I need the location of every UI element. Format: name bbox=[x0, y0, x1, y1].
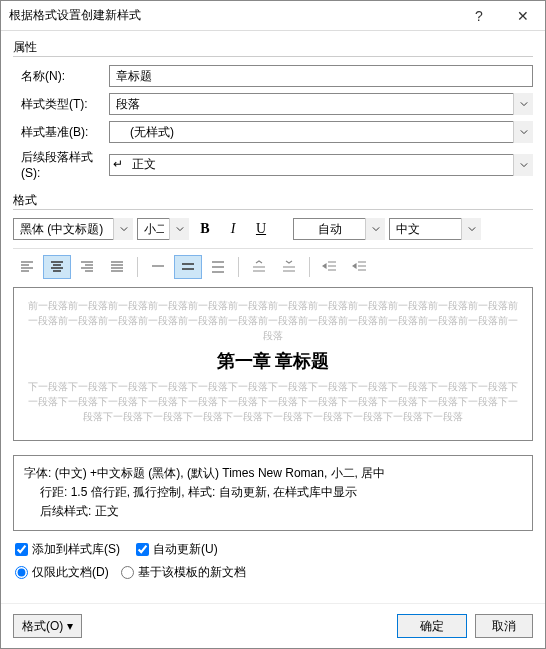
chevron-down-icon[interactable] bbox=[513, 93, 533, 115]
underline-button[interactable]: U bbox=[249, 218, 273, 240]
next-style-combo[interactable]: ↵ bbox=[109, 154, 533, 176]
chevron-down-icon[interactable] bbox=[365, 218, 385, 240]
ok-button[interactable]: 确定 bbox=[397, 614, 467, 638]
space-before-dec-button[interactable] bbox=[275, 255, 303, 279]
font-color-combo[interactable] bbox=[293, 218, 385, 240]
add-to-gallery-checkbox[interactable]: 添加到样式库(S) bbox=[15, 541, 120, 558]
align-right-button[interactable] bbox=[73, 255, 101, 279]
separator bbox=[137, 257, 138, 277]
chevron-down-icon[interactable] bbox=[169, 218, 189, 240]
based-on-combo[interactable] bbox=[109, 121, 533, 143]
space-before-inc-button[interactable] bbox=[245, 255, 273, 279]
italic-button[interactable]: I bbox=[221, 218, 245, 240]
line-spacing-onehalf-button[interactable] bbox=[174, 255, 202, 279]
style-type-value[interactable] bbox=[109, 93, 533, 115]
line-spacing-double-button[interactable] bbox=[204, 255, 232, 279]
font-size-combo[interactable] bbox=[137, 218, 189, 240]
based-on-template-input[interactable] bbox=[121, 566, 134, 579]
bold-button[interactable]: B bbox=[193, 218, 217, 240]
align-justify-button[interactable] bbox=[103, 255, 131, 279]
desc-line: 行距: 1.5 倍行距, 孤行控制, 样式: 自动更新, 在样式库中显示 bbox=[24, 483, 522, 502]
font-toolbar: B I U bbox=[13, 218, 533, 240]
section-properties: 属性 bbox=[13, 39, 533, 57]
auto-update-label: 自动更新(U) bbox=[153, 541, 218, 558]
only-this-document-input[interactable] bbox=[15, 566, 28, 579]
close-button[interactable]: ✕ bbox=[501, 1, 545, 31]
desc-line: 后续样式: 正文 bbox=[24, 502, 522, 521]
cancel-button[interactable]: 取消 bbox=[475, 614, 533, 638]
window-title: 根据格式设置创建新样式 bbox=[9, 7, 457, 24]
chevron-down-icon[interactable] bbox=[113, 218, 133, 240]
align-left-button[interactable] bbox=[13, 255, 41, 279]
next-style-value[interactable] bbox=[109, 154, 533, 176]
paragraph-toolbar bbox=[13, 255, 533, 279]
label-based-on: 样式基准(B): bbox=[13, 124, 109, 141]
label-style-type: 样式类型(T): bbox=[13, 96, 109, 113]
name-input[interactable] bbox=[109, 65, 533, 87]
dialog-content: 属性 名称(N): 样式类型(T): 样式基准(B): bbox=[1, 31, 545, 593]
indent-increase-button[interactable] bbox=[316, 255, 344, 279]
based-on-template-label: 基于该模板的新文档 bbox=[138, 564, 246, 581]
only-this-document-radio[interactable]: 仅限此文档(D) bbox=[15, 564, 109, 581]
desc-line: 字体: (中文) +中文标题 (黑体), (默认) Times New Roma… bbox=[24, 464, 522, 483]
add-to-gallery-input[interactable] bbox=[15, 543, 28, 556]
separator bbox=[238, 257, 239, 277]
style-description: 字体: (中文) +中文标题 (黑体), (默认) Times New Roma… bbox=[13, 455, 533, 531]
format-button[interactable]: 格式(O) ▾ bbox=[13, 614, 82, 638]
only-this-document-label: 仅限此文档(D) bbox=[32, 564, 109, 581]
font-family-combo[interactable] bbox=[13, 218, 133, 240]
chevron-down-icon[interactable] bbox=[513, 121, 533, 143]
auto-update-checkbox[interactable]: 自动更新(U) bbox=[136, 541, 218, 558]
chevron-down-icon[interactable] bbox=[461, 218, 481, 240]
preview-before-text: 前一段落前一段落前一段落前一段落前一段落前一段落前一段落前一段落前一段落前一段落… bbox=[28, 298, 518, 343]
preview-pane: 前一段落前一段落前一段落前一段落前一段落前一段落前一段落前一段落前一段落前一段落… bbox=[13, 287, 533, 441]
separator bbox=[309, 257, 310, 277]
based-on-value[interactable] bbox=[109, 121, 533, 143]
add-to-gallery-label: 添加到样式库(S) bbox=[32, 541, 120, 558]
indent-decrease-button[interactable] bbox=[346, 255, 374, 279]
section-formatting: 格式 bbox=[13, 192, 533, 210]
based-on-template-radio[interactable]: 基于该模板的新文档 bbox=[121, 564, 246, 581]
label-next-style: 后续段落样式(S): bbox=[13, 149, 109, 180]
paragraph-return-icon: ↵ bbox=[113, 157, 127, 171]
auto-update-input[interactable] bbox=[136, 543, 149, 556]
align-center-button[interactable] bbox=[43, 255, 71, 279]
titlebar: 根据格式设置创建新样式 ? ✕ bbox=[1, 1, 545, 31]
line-spacing-single-button[interactable] bbox=[144, 255, 172, 279]
help-button[interactable]: ? bbox=[457, 1, 501, 31]
language-combo[interactable] bbox=[389, 218, 481, 240]
preview-after-text: 下一段落下一段落下一段落下一段落下一段落下一段落下一段落下一段落下一段落下一段落… bbox=[28, 379, 518, 424]
style-type-combo[interactable] bbox=[109, 93, 533, 115]
chevron-down-icon[interactable] bbox=[513, 154, 533, 176]
label-name: 名称(N): bbox=[13, 68, 109, 85]
divider bbox=[13, 248, 533, 249]
dialog-window: 根据格式设置创建新样式 ? ✕ 属性 名称(N): 样式类型(T): 样式基准(… bbox=[0, 0, 546, 649]
preview-title: 第一章 章标题 bbox=[28, 349, 518, 373]
dialog-footer: 格式(O) ▾ 确定 取消 bbox=[1, 603, 545, 648]
